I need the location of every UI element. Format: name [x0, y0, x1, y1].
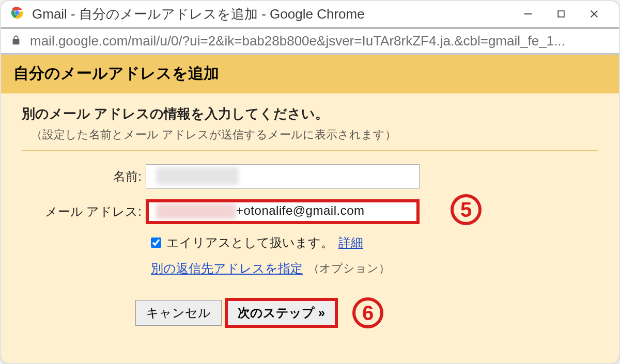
button-row: キャンセル 次のステップ » 6	[135, 297, 598, 328]
alias-details-link[interactable]: 詳細	[338, 234, 363, 251]
intro-sub: （設定した名前とメール アドレスが送信するメールに表示されます）	[31, 127, 598, 143]
reply-to-row: 別の返信先アドレスを指定 （オプション）	[151, 260, 598, 277]
callout-6: 6	[352, 297, 383, 328]
name-row: 名前:	[22, 164, 598, 189]
redacted-email-prefix	[156, 203, 236, 219]
lock-icon	[10, 35, 22, 48]
svg-rect-5	[558, 11, 564, 17]
alias-row: エイリアスとして扱います。 詳細	[151, 234, 598, 251]
url-text: mail.google.com/mail/u/0/?ui=2&ik=bab28b…	[30, 33, 565, 49]
window-title: Gmail - 自分のメールアドレスを追加 - Google Chrome	[32, 5, 512, 23]
chrome-icon	[9, 5, 25, 23]
intro-main: 別のメール アドレスの情報を入力してください。	[22, 105, 598, 123]
name-label: 名前:	[22, 168, 146, 185]
callout-5: 5	[451, 194, 482, 225]
svg-rect-4	[524, 13, 532, 14]
address-bar[interactable]: mail.google.com/mail/u/0/?ui=2&ik=bab28b…	[1, 29, 619, 55]
window-close-button[interactable]	[578, 0, 611, 28]
window-minimize-button[interactable]	[512, 0, 545, 28]
email-label: メール アドレス:	[22, 203, 146, 220]
email-visible-text: +otonalife@gmail.com	[236, 203, 364, 218]
close-icon	[588, 8, 600, 20]
next-step-button[interactable]: 次のステップ »	[227, 300, 336, 326]
window-maximize-button[interactable]	[545, 0, 578, 28]
page-title: 自分のメールアドレスを追加	[1, 55, 619, 93]
alias-checkbox-label: エイリアスとして扱います。	[166, 234, 333, 251]
section-divider	[22, 150, 598, 151]
content-panel: 別のメール アドレスの情報を入力してください。 （設定した名前とメール アドレス…	[1, 93, 619, 364]
minimize-icon	[522, 8, 534, 20]
maximize-icon	[556, 9, 566, 19]
window-titlebar: Gmail - 自分のメールアドレスを追加 - Google Chrome	[1, 1, 619, 29]
alias-checkbox[interactable]	[151, 238, 161, 248]
svg-point-3	[15, 11, 19, 15]
redacted-name	[156, 167, 239, 185]
reply-to-link[interactable]: 別の返信先アドレスを指定	[151, 260, 303, 277]
cancel-button[interactable]: キャンセル	[135, 300, 222, 326]
email-row: メール アドレス: +otonalife@gmail.com 5	[22, 199, 598, 224]
reply-to-option-label: （オプション）	[308, 261, 390, 276]
